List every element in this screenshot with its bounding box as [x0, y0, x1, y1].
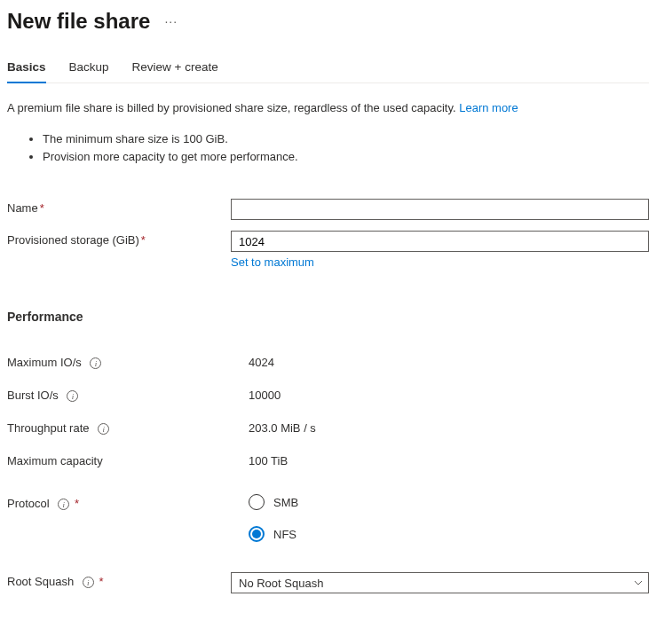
- storage-label-text: Provisioned storage (GiB): [7, 233, 139, 247]
- protocol-label: Protocol i *: [7, 494, 249, 510]
- radio-icon: [249, 494, 265, 510]
- protocol-nfs-label: NFS: [273, 528, 296, 541]
- bullet-provision: Provision more capacity to get more perf…: [43, 148, 649, 166]
- throughput-label-text: Throughput rate: [7, 421, 90, 435]
- max-iops-value: 4024: [249, 356, 274, 369]
- throughput-label: Throughput rate i: [7, 421, 249, 435]
- max-iops-label: Maximum IO/s i: [7, 356, 249, 369]
- max-capacity-value: 100 TiB: [249, 454, 288, 467]
- header: New file share ···: [7, 9, 649, 34]
- info-icon[interactable]: i: [58, 499, 69, 510]
- burst-iops-label-text: Burst IO/s: [7, 389, 59, 402]
- root-squash-label-text: Root Squash: [7, 575, 74, 588]
- more-icon[interactable]: ···: [164, 14, 178, 28]
- burst-iops-value: 10000: [249, 389, 281, 402]
- required-asterisk: *: [40, 201, 44, 215]
- radio-icon: [249, 526, 265, 542]
- max-iops-label-text: Maximum IO/s: [7, 356, 82, 369]
- root-squash-select[interactable]: No Root Squash: [231, 572, 649, 593]
- performance-title: Performance: [7, 310, 649, 324]
- name-label: Name*: [7, 199, 231, 215]
- root-squash-label: Root Squash i *: [7, 572, 231, 588]
- required-asterisk: *: [75, 497, 79, 510]
- tab-basics[interactable]: Basics: [7, 57, 46, 82]
- storage-input[interactable]: [231, 231, 649, 252]
- learn-more-link[interactable]: Learn more: [459, 101, 518, 114]
- protocol-smb-label: SMB: [273, 496, 298, 509]
- name-input[interactable]: [231, 199, 649, 220]
- tab-backup[interactable]: Backup: [69, 57, 109, 82]
- info-icon[interactable]: i: [98, 423, 109, 435]
- protocol-nfs-radio[interactable]: NFS: [249, 526, 649, 542]
- page-title: New file share: [7, 9, 150, 34]
- info-icon[interactable]: i: [83, 577, 94, 588]
- storage-label: Provisioned storage (GiB)*: [7, 231, 231, 247]
- description-text: A premium file share is billed by provis…: [7, 101, 459, 114]
- protocol-label-text: Protocol: [7, 497, 50, 510]
- set-to-maximum-link[interactable]: Set to maximum: [231, 255, 314, 269]
- info-icon[interactable]: i: [90, 357, 101, 369]
- burst-iops-label: Burst IO/s i: [7, 389, 249, 402]
- tabs: Basics Backup Review + create: [7, 57, 649, 83]
- protocol-smb-radio[interactable]: SMB: [249, 494, 649, 510]
- max-capacity-label: Maximum capacity: [7, 454, 249, 467]
- info-icon[interactable]: i: [67, 390, 78, 402]
- protocol-radio-group: SMB NFS: [249, 494, 649, 542]
- max-capacity-label-text: Maximum capacity: [7, 454, 103, 467]
- bullet-min-size: The minimum share size is 100 GiB.: [43, 130, 649, 148]
- required-asterisk: *: [99, 575, 103, 588]
- name-label-text: Name: [7, 201, 38, 215]
- description-bullets: The minimum share size is 100 GiB. Provi…: [7, 130, 649, 165]
- root-squash-value: No Root Squash: [239, 577, 323, 590]
- throughput-value: 203.0 MiB / s: [249, 421, 316, 435]
- description: A premium file share is billed by provis…: [7, 101, 649, 114]
- tab-review-create[interactable]: Review + create: [132, 57, 218, 82]
- required-asterisk: *: [141, 233, 146, 247]
